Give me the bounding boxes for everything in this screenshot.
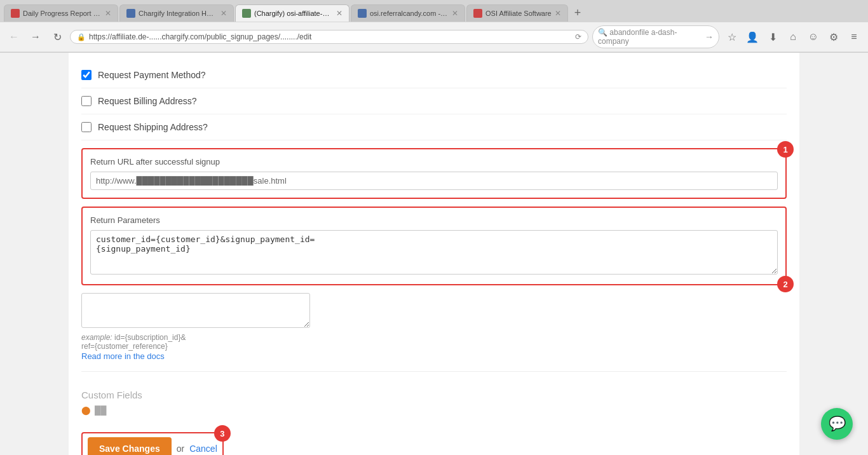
address-bar[interactable]: 🔒 https://affiliate.de-......chargify.co… (70, 30, 588, 44)
example-text: example: id={subscription_id}&ref={custo… (81, 333, 787, 351)
tab-4[interactable]: osi.referralcandy.com - s... ✕ (351, 4, 465, 22)
bookmark-icon[interactable]: ☆ (723, 28, 741, 46)
tab-1[interactable]: Daily Progress Report - s... ✕ (4, 4, 118, 22)
custom-fields-label: Custom Fields (81, 390, 787, 400)
search-text: 🔍 abandonfile a-dash-company (598, 28, 705, 46)
tab-label-4: osi.referralcandy.com - s... (370, 10, 449, 17)
tab-favicon-2 (126, 9, 135, 18)
tab-close-5[interactable]: ✕ (555, 9, 561, 18)
nav-icons: ☆ 👤 ⬇ ⌂ ☺ ⚙ ≡ (723, 28, 863, 46)
save-changes-button[interactable]: Save Changes (88, 437, 172, 455)
custom-field-name: ██ (95, 405, 106, 415)
main-section: Request Payment Method? Request Billing … (69, 53, 799, 455)
back-button[interactable]: ← (5, 28, 23, 46)
page-content: Request Payment Method? Request Billing … (69, 53, 799, 455)
tab-3[interactable]: (Chargify) osi-affiliate-de... ✕ (235, 4, 349, 22)
page-wrapper: Request Payment Method? Request Billing … (0, 53, 868, 455)
search-arrow-icon: → (705, 32, 714, 42)
divider-1 (81, 371, 787, 372)
browser-chrome: Daily Progress Report - s... ✕ Chargify … (0, 0, 868, 53)
request-shipping-row: Request Shipping Address? (81, 114, 787, 140)
new-tab-button[interactable]: + (569, 4, 587, 22)
menu-icon[interactable]: ≡ (845, 28, 863, 46)
request-billing-row: Request Billing Address? (81, 88, 787, 114)
tab-close-2[interactable]: ✕ (220, 9, 227, 18)
tab-label-2: Chargify Integration Hoo... (139, 10, 217, 17)
request-shipping-label: Request Shipping Address? (98, 122, 208, 132)
tab-close-4[interactable]: ✕ (452, 9, 458, 18)
annotation-badge-2: 2 (777, 276, 794, 292)
tab-bar: Daily Progress Report - s... ✕ Chargify … (0, 0, 868, 22)
custom-fields-section: Custom Fields ⬤ ██ (81, 382, 787, 423)
request-payment-label: Request Payment Method? (98, 70, 206, 80)
return-params-label: Return Parameters (90, 215, 778, 225)
request-billing-checkbox[interactable] (81, 96, 92, 106)
forward-button[interactable]: → (27, 28, 44, 46)
secure-icon: 🔒 (77, 33, 86, 41)
search-bar[interactable]: 🔍 abandonfile a-dash-company → (592, 25, 719, 48)
extra-params-textarea[interactable] (81, 293, 310, 328)
request-payment-checkbox-area: Request Payment Method? (81, 70, 206, 80)
return-url-box: 1 Return URL after successful signup (81, 148, 787, 199)
download-icon[interactable]: ⬇ (764, 28, 782, 46)
request-shipping-checkbox[interactable] (81, 122, 92, 132)
request-billing-label: Request Billing Address? (98, 96, 197, 106)
tab-5[interactable]: OSI Affiliate Software ✕ (466, 4, 568, 22)
tab-label-5: OSI Affiliate Software (485, 10, 552, 17)
tab-favicon-1 (11, 9, 20, 18)
emoji-icon[interactable]: ☺ (804, 28, 822, 46)
read-more-link[interactable]: Read more in the docs (81, 351, 165, 361)
tab-close-3[interactable]: ✕ (336, 9, 342, 18)
request-payment-checkbox[interactable] (81, 70, 92, 80)
save-area-box: 3 Save Changes or Cancel (81, 432, 224, 455)
address-text: https://affiliate.de-......chargify.com/… (89, 32, 572, 41)
annotation-badge-1: 1 (777, 141, 794, 158)
tab-favicon-5 (473, 9, 482, 18)
tab-favicon-3 (242, 9, 251, 18)
refresh-button[interactable]: ↻ (48, 28, 66, 46)
annotation-badge-3: 3 (214, 425, 231, 442)
tab-label-3: (Chargify) osi-affiliate-de... (254, 10, 333, 17)
chat-button[interactable]: 💬 (821, 408, 853, 440)
return-params-box: 2 Return Parameters customer_id={custome… (81, 207, 787, 285)
save-area: 3 Save Changes or Cancel (81, 423, 787, 455)
custom-field-radio-icon: ⬤ (81, 405, 91, 415)
tab-close-1[interactable]: ✕ (105, 9, 111, 18)
return-url-label: Return URL after successful signup (90, 157, 778, 166)
address-refresh-icon[interactable]: ⟳ (575, 32, 581, 41)
tab-2[interactable]: Chargify Integration Hoo... ✕ (119, 4, 234, 22)
chat-icon: 💬 (829, 416, 846, 432)
home-icon[interactable]: ⌂ (784, 28, 802, 46)
or-text: or (177, 444, 184, 454)
custom-field-item: ⬤ ██ (81, 405, 787, 415)
request-payment-row: Request Payment Method? (81, 62, 787, 88)
cancel-link[interactable]: Cancel (189, 444, 217, 454)
tab-favicon-4 (358, 9, 367, 18)
extensions-icon[interactable]: ⚙ (825, 28, 843, 46)
tab-label-1: Daily Progress Report - s... (23, 10, 102, 17)
return-url-input[interactable] (90, 172, 778, 190)
account-icon[interactable]: 👤 (743, 28, 761, 46)
request-shipping-checkbox-area: Request Shipping Address? (81, 122, 208, 132)
nav-bar: ← → ↻ 🔒 https://affiliate.de-......charg… (0, 22, 868, 52)
request-billing-checkbox-area: Request Billing Address? (81, 96, 197, 106)
return-params-textarea[interactable]: customer_id={customer_id}&signup_payment… (90, 230, 778, 275)
